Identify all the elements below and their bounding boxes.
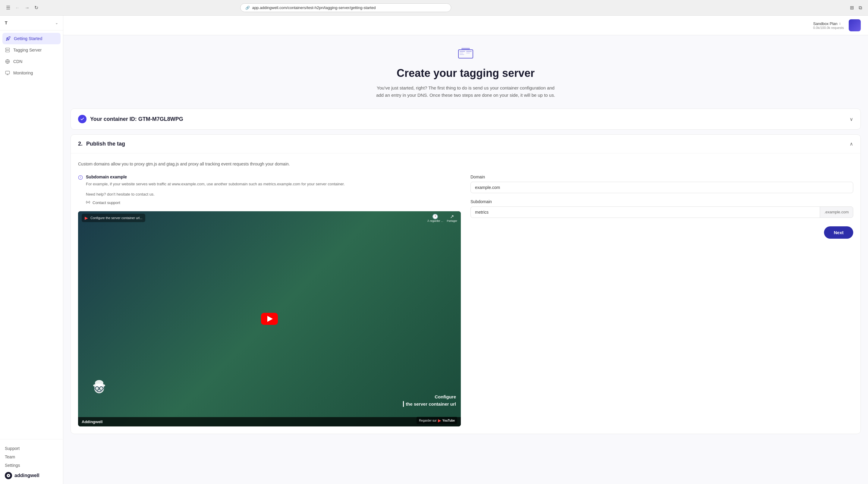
svg-rect-12 <box>460 53 463 53</box>
page-title: Create your tagging server <box>69 67 862 80</box>
section2-chevron-icon: ∧ <box>849 141 853 147</box>
video-container[interactable]: ▶ Configure the server container url... … <box>78 211 461 426</box>
logo-icon <box>5 472 12 479</box>
video-controls: 🕐 À regarder ... ↗ Partager <box>427 214 457 222</box>
section1-chevron-icon: ∨ <box>849 116 853 122</box>
sidebar-item-label-cdn: CDN <box>13 59 22 64</box>
sidebar-item-cdn[interactable]: CDN <box>0 56 63 67</box>
lock-icon: 🔗 <box>245 6 250 10</box>
browser-chrome: ☰ ← → ↻ 🔗 app.addingwell.com/containers/… <box>0 0 868 16</box>
section2-right: Domain Subdomain .example.com <box>470 175 853 426</box>
video-title: Configure the server container url... <box>90 216 142 220</box>
svg-rect-16 <box>461 48 470 50</box>
section2-description: Custom domains allow you to proxy gtm.js… <box>78 161 853 167</box>
url-text: app.addingwell.com/containers/test-h2pn/… <box>252 5 376 10</box>
sidebar-item-getting-started[interactable]: Getting Started <box>2 33 61 44</box>
subdomain-form-group: Subdomain .example.com <box>470 199 853 218</box>
svg-rect-13 <box>460 54 464 55</box>
section2-body: Custom domains allow you to proxy gtm.js… <box>71 153 861 434</box>
sidebar: T ⌄ Getting Started <box>0 16 63 484</box>
settings-link[interactable]: Settings <box>5 461 58 470</box>
video-logo-text: Addingwell <box>82 420 102 424</box>
globe-icon <box>5 59 10 64</box>
sidebar-logo: addingwell <box>5 470 58 479</box>
next-button[interactable]: Next <box>824 226 853 239</box>
section2-left: Subdomain example For example, if your w… <box>78 175 461 426</box>
video-text-overlay: Configure the server container url <box>403 394 456 407</box>
browser-right-icons: ⊞ ⧉ <box>849 4 863 12</box>
subdomain-label: Subdomain <box>470 199 853 204</box>
svg-rect-6 <box>5 71 9 74</box>
back-button[interactable]: ← <box>14 4 21 12</box>
video-overlay-top: ▶ Configure the server container url... … <box>78 211 461 225</box>
subdomain-input[interactable] <box>470 206 820 218</box>
youtube-icon: ▶ <box>85 215 88 220</box>
section1-check-icon <box>78 115 87 123</box>
sidebar-item-label-monitoring: Monitoring <box>13 70 33 75</box>
app-container: T ⌄ Getting Started <box>0 16 868 484</box>
section1-accordion: Your container ID: GTM-M7GL8WPG ∨ <box>70 109 861 129</box>
plan-info: Sandbox Plan ℹ 0.0k/100.0k requests <box>813 21 844 30</box>
video-character <box>87 377 111 409</box>
domain-label: Domain <box>470 175 853 179</box>
split-view-button[interactable]: ⧉ <box>858 4 863 12</box>
sidebar-nav: Getting Started Tagging Server <box>0 30 63 439</box>
video-watch-later: 🕐 À regarder ... <box>427 214 443 222</box>
plan-info-icon: ℹ <box>839 22 841 25</box>
subdomain-row: .example.com <box>470 206 853 218</box>
svg-rect-11 <box>460 51 465 52</box>
reload-button[interactable]: ↻ <box>33 4 39 12</box>
domain-input[interactable] <box>470 182 853 193</box>
sections-container: Your container ID: GTM-M7GL8WPG ∨ 2. Pub… <box>63 109 868 451</box>
section2-title: 2. Publish the tag <box>78 141 125 147</box>
info-text: For example, if your website serves web … <box>86 181 345 187</box>
sidebar-toggle-button[interactable]: ☰ <box>5 4 11 12</box>
section2-grid: Subdomain example For example, if your w… <box>78 175 853 426</box>
sidebar-top[interactable]: T ⌄ <box>0 16 63 30</box>
gear-icon <box>86 200 90 205</box>
logo-text: addingwell <box>14 473 39 478</box>
extensions-button[interactable]: ⊞ <box>849 4 855 12</box>
rocket-icon <box>5 36 11 41</box>
video-thumb: ▶ Configure the server container url... … <box>78 211 461 426</box>
section1-title-text: Your container ID: GTM-M7GL8WPG <box>90 116 183 122</box>
sidebar-item-label-tagging-server: Tagging Server <box>13 48 41 53</box>
sidebar-item-monitoring[interactable]: Monitoring <box>0 67 63 79</box>
forward-button[interactable]: → <box>24 4 31 12</box>
top-bar: Sandbox Plan ℹ 0.0k/100.0k requests <box>63 16 868 35</box>
watch-on-youtube-link[interactable]: Regarder sur ▶ YouTube <box>416 417 457 424</box>
svg-rect-14 <box>466 51 472 52</box>
contact-support-link[interactable]: Contact support <box>86 200 461 205</box>
section2-title-text: Publish the tag <box>86 141 125 147</box>
svg-point-20 <box>87 202 89 203</box>
support-link[interactable]: Support <box>5 444 58 453</box>
play-button[interactable] <box>261 313 278 325</box>
main-content: Create your tagging server You've just s… <box>63 35 868 484</box>
subdomain-suffix: .example.com <box>820 206 853 218</box>
info-circle-icon <box>78 175 83 187</box>
address-bar[interactable]: 🔗 app.addingwell.com/containers/test-h2p… <box>240 3 451 12</box>
info-title: Subdomain example <box>86 175 345 179</box>
sidebar-item-label-getting-started: Getting Started <box>14 36 42 41</box>
right-panel: Sandbox Plan ℹ 0.0k/100.0k requests <box>63 16 868 484</box>
avatar[interactable] <box>849 19 861 31</box>
page-header: Create your tagging server You've just s… <box>63 35 868 109</box>
help-text: Need help? don't hesitate to contact us. <box>86 192 461 196</box>
page-header-icon <box>69 47 862 63</box>
watch-on-yt-text: Regarder sur <box>419 419 436 422</box>
section1-header[interactable]: Your container ID: GTM-M7GL8WPG ∨ <box>71 109 861 129</box>
team-link[interactable]: Team <box>5 453 58 461</box>
plan-name: Sandbox Plan ℹ <box>813 21 844 26</box>
info-content: Subdomain example For example, if your w… <box>86 175 345 187</box>
section2-header[interactable]: 2. Publish the tag ∧ <box>71 135 861 153</box>
section2-number: 2. <box>78 141 83 147</box>
video-logo-bar: Addingwell <box>78 417 461 426</box>
page-subtitle: You've just started, right? The first th… <box>375 84 556 99</box>
sidebar-bottom: Support Team Settings addingwell <box>0 439 63 484</box>
server-icon <box>5 47 10 53</box>
sidebar-item-tagging-server[interactable]: Tagging Server <box>0 44 63 56</box>
youtube-label: YouTube <box>442 419 455 422</box>
plan-usage: 0.0k/100.0k requests <box>813 26 844 30</box>
browser-nav-icons: ☰ ← → ↻ <box>5 4 39 12</box>
video-yt-bar: ▶ Configure the server container url... <box>82 214 145 222</box>
